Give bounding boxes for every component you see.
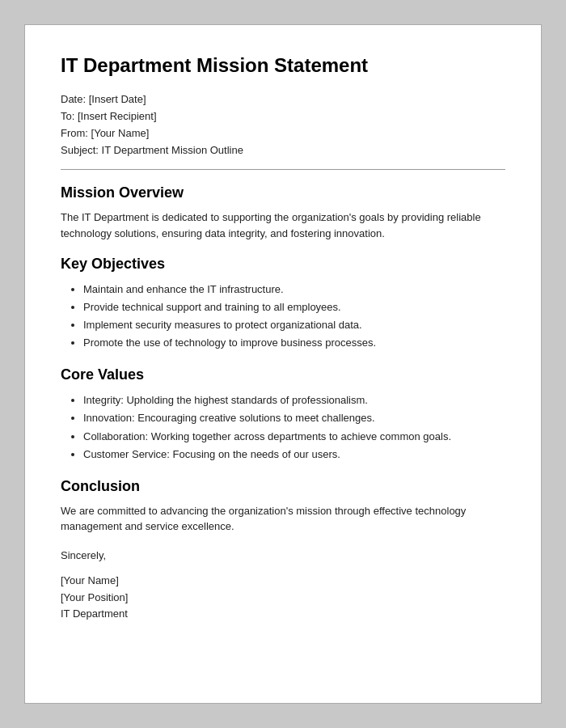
section-mission-overview: Mission Overview The IT Department is de… — [61, 184, 505, 241]
closing-name: [Your Name] — [61, 573, 505, 590]
list-item: Maintain and enhance the IT infrastructu… — [83, 281, 505, 298]
list-item: Implement security measures to protect o… — [83, 316, 505, 334]
meta-to: To: [Insert Recipient] — [61, 110, 505, 122]
list-item: Promote the use of technology to improve… — [83, 334, 505, 352]
list-item: Integrity: Upholding the highest standar… — [83, 392, 505, 409]
header-divider — [61, 169, 505, 170]
text-mission-overview: The IT Department is dedicated to suppor… — [61, 210, 505, 241]
list-core-values: Integrity: Upholding the highest standar… — [83, 392, 505, 463]
section-core-values: Core Values Integrity: Upholding the hig… — [61, 366, 505, 463]
meta-from: From: [Your Name] — [61, 127, 505, 139]
heading-conclusion: Conclusion — [61, 478, 505, 495]
signature-block: Sincerely, [Your Name] [Your Position] I… — [61, 549, 505, 623]
list-item: Provide technical support and training t… — [83, 298, 505, 316]
heading-key-objectives: Key Objectives — [61, 256, 505, 273]
closing-position: [Your Position] — [61, 590, 505, 607]
meta-subject: Subject: IT Department Mission Outline — [61, 144, 505, 156]
list-key-objectives: Maintain and enhance the IT infrastructu… — [83, 281, 505, 352]
section-key-objectives: Key Objectives Maintain and enhance the … — [61, 256, 505, 352]
list-item: Collaboration: Working together across d… — [83, 428, 505, 446]
document-title: IT Department Mission Statement — [61, 54, 505, 77]
section-conclusion: Conclusion We are committed to advancing… — [61, 478, 505, 535]
list-item: Innovation: Encouraging creative solutio… — [83, 409, 505, 427]
closing-sincerely: Sincerely, — [61, 549, 505, 561]
meta-date: Date: [Insert Date] — [61, 93, 505, 105]
document-container: IT Department Mission Statement Date: [I… — [24, 24, 542, 704]
closing-department: IT Department — [61, 606, 505, 623]
heading-mission-overview: Mission Overview — [61, 184, 505, 201]
heading-core-values: Core Values — [61, 366, 505, 383]
text-conclusion: We are committed to advancing the organi… — [61, 503, 505, 535]
list-item: Customer Service: Focusing on the needs … — [83, 446, 505, 463]
